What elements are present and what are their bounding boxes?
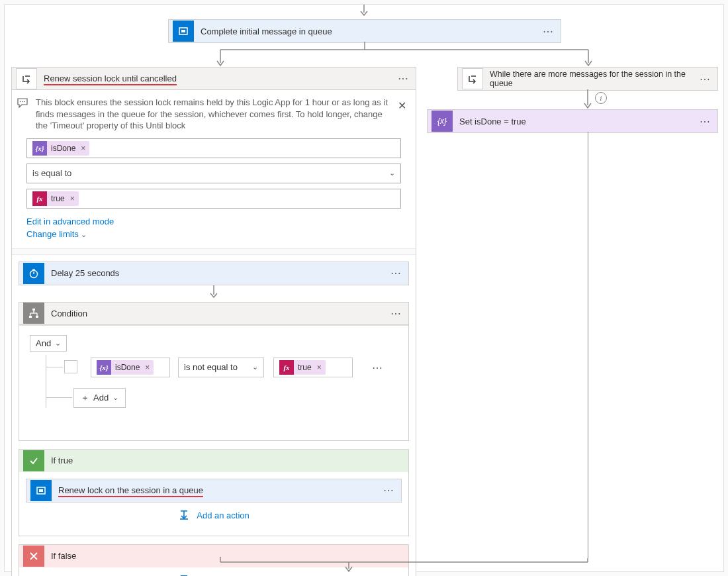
svg-point-10: [24, 101, 25, 103]
delay-step-title: Delay 25 seconds: [50, 268, 383, 278]
right-branch-line: [588, 132, 588, 558]
condition-add-row[interactable]: ＋ Add ⌄: [73, 388, 126, 408]
renew-loop-note: This block ensures the session lock rema…: [36, 97, 388, 132]
top-action-card[interactable]: Complete initial message in queue ⋯: [168, 19, 561, 43]
expression-token-icon: fx: [32, 191, 47, 206]
add-action-icon: [178, 573, 190, 576]
if-true-card: If true Renew lock on the session in a q…: [19, 449, 409, 536]
set-isdone-card[interactable]: {x} Set isDone = true ⋯: [427, 109, 718, 133]
remove-token[interactable]: ×: [69, 194, 79, 203]
delay-step-card[interactable]: Delay 25 seconds ⋯: [19, 262, 409, 285]
svg-rect-21: [36, 316, 38, 318]
while-loop-title: While there are more messages for the se…: [488, 70, 692, 88]
condition-card: Condition ⋯ And⌄ {x}isDone× is not equal…: [19, 302, 409, 441]
arrow-while-to-set: [584, 89, 592, 111]
until-right-operand[interactable]: fxtrue×: [26, 189, 401, 209]
top-action-title: Complete initial message in queue: [199, 26, 535, 36]
condition-operator[interactable]: is not equal to⌄: [178, 358, 264, 377]
expression-token-icon: fx: [279, 360, 294, 375]
set-isdone-title: Set isDone = true: [458, 117, 692, 126]
while-loop-card[interactable]: While there are more messages for the se…: [457, 67, 718, 91]
remove-token[interactable]: ×: [316, 363, 326, 372]
remove-token[interactable]: ×: [79, 144, 89, 153]
set-isdone-menu[interactable]: ⋯: [698, 115, 713, 128]
loop-icon: [16, 68, 37, 89]
while-loop-menu[interactable]: ⋯: [698, 73, 713, 85]
arrow-into-top: [359, 5, 369, 18]
chevron-down-icon: ⌄: [389, 169, 395, 177]
loop-icon: [462, 68, 483, 89]
condition-row-menu[interactable]: ⋯: [370, 361, 386, 374]
renew-loop-container: Renew session lock until cancelled ⋯ Thi…: [11, 67, 416, 576]
renew-loop-note-row: This block ensures the session lock rema…: [12, 90, 416, 137]
condition-icon: [23, 303, 44, 324]
timer-icon: [23, 263, 44, 284]
condition-group-selector[interactable]: And⌄: [30, 335, 67, 352]
chevron-down-icon: ⌄: [55, 339, 61, 348]
variable-icon: {x}: [432, 111, 453, 132]
svg-rect-15: [32, 309, 35, 311]
arrow-delay-to-condition: [19, 285, 409, 302]
if-true-add-action[interactable]: Add an action: [26, 503, 402, 529]
condition-menu[interactable]: ⋯: [388, 307, 404, 320]
close-note[interactable]: ✕: [395, 97, 409, 115]
remove-token[interactable]: ×: [144, 363, 154, 372]
edit-advanced-link[interactable]: Edit in advanced mode: [26, 216, 401, 226]
condition-title: Condition: [50, 309, 383, 318]
chevron-down-icon: ⌄: [81, 230, 87, 238]
check-icon: [23, 450, 44, 471]
condition-row-handle[interactable]: [64, 360, 77, 373]
renew-loop-menu[interactable]: ⋯: [396, 72, 412, 85]
chevron-down-icon: ⌄: [252, 363, 258, 371]
if-true-inner-action[interactable]: Renew lock on the session in a queue ⋯: [26, 479, 402, 503]
queue-icon: [173, 21, 194, 42]
until-operator[interactable]: is equal to ⌄: [26, 164, 401, 183]
if-true-inner-menu[interactable]: ⋯: [381, 484, 397, 497]
comment-icon: [17, 97, 29, 111]
until-left-operand[interactable]: {x}isDone×: [26, 138, 401, 158]
svg-rect-20: [29, 316, 32, 318]
plus-icon: ＋: [81, 392, 89, 404]
delay-step-menu[interactable]: ⋯: [388, 267, 404, 279]
renew-loop-title: Renew session lock until cancelled: [42, 73, 390, 83]
chevron-down-icon: ⌄: [113, 393, 118, 402]
queue-icon: [30, 480, 52, 501]
info-icon[interactable]: i: [595, 92, 607, 104]
if-true-title: If true: [50, 456, 404, 465]
svg-rect-23: [39, 489, 43, 492]
svg-point-9: [22, 101, 23, 103]
add-action-icon: [178, 508, 190, 522]
variable-token-icon: {x}: [32, 141, 47, 156]
condition-right[interactable]: fxtrue×: [273, 358, 353, 377]
svg-rect-2: [181, 30, 185, 32]
change-limits-link[interactable]: Change limits ⌄: [26, 229, 401, 239]
condition-left[interactable]: {x}isDone×: [91, 358, 170, 377]
more-menu[interactable]: ⋯: [541, 25, 557, 38]
svg-point-8: [20, 101, 21, 103]
merge-connector: [11, 557, 718, 573]
variable-token-icon: {x}: [97, 360, 111, 375]
